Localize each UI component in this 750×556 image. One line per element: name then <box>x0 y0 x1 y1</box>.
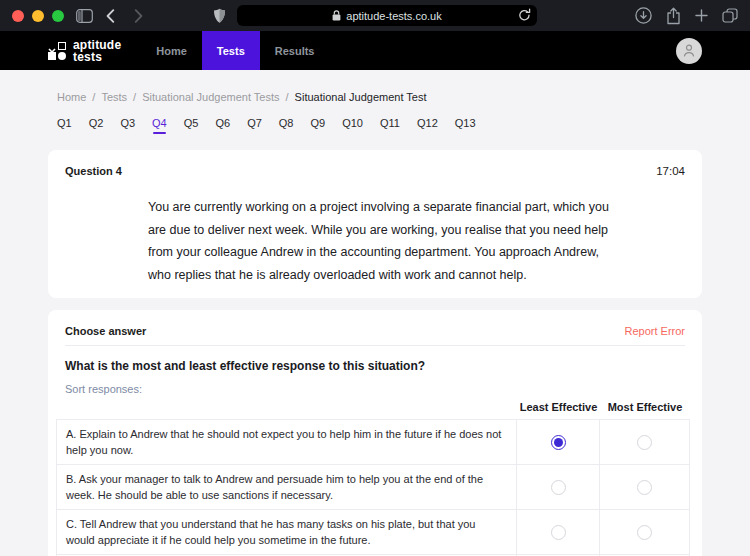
tab-q4[interactable]: Q4 <box>152 117 167 134</box>
least-effective-radio[interactable] <box>551 435 566 450</box>
new-tab-icon[interactable] <box>695 9 708 22</box>
breadcrumb-current: Situational Judgement Test <box>295 91 427 103</box>
question-text: You are currently working on a project i… <box>148 196 616 286</box>
person-icon <box>682 43 696 58</box>
least-effective-cell[interactable] <box>516 420 599 464</box>
least-effective-radio[interactable] <box>551 480 566 495</box>
breadcrumb-sjt-tests[interactable]: Situational Judgement Tests <box>142 91 279 103</box>
tab-q6[interactable]: Q6 <box>215 117 230 134</box>
share-icon[interactable] <box>666 7 681 25</box>
close-icon[interactable] <box>12 10 24 22</box>
response-row-a: A. Explain to Andrew that he should not … <box>57 420 689 465</box>
zoom-icon[interactable] <box>52 10 64 22</box>
nav-item-home[interactable]: Home <box>141 31 202 70</box>
address-bar[interactable]: aptitude-tests.co.uk <box>237 5 537 26</box>
most-effective-radio[interactable] <box>637 480 652 495</box>
most-effective-radio[interactable] <box>637 525 652 540</box>
response-text: A. Explain to Andrew that he should not … <box>57 420 516 464</box>
site-logo[interactable]: aptitude tests <box>48 31 121 70</box>
most-effective-cell[interactable] <box>599 420 689 464</box>
report-error-link[interactable]: Report Error <box>624 325 685 337</box>
tab-overview-icon[interactable] <box>722 8 738 23</box>
breadcrumb-separator: / <box>92 91 95 103</box>
nav-item-tests[interactable]: Tests <box>202 31 260 70</box>
logo-x-icon <box>48 42 56 50</box>
site-header: aptitude tests Home Tests Results <box>0 31 750 70</box>
tab-q12[interactable]: Q12 <box>417 117 438 134</box>
most-effective-radio[interactable] <box>637 435 652 450</box>
breadcrumb: Home / Tests / Situational Judgement Tes… <box>57 91 702 103</box>
breadcrumb-separator: / <box>133 91 136 103</box>
chevron-left-icon[interactable] <box>106 9 115 23</box>
response-row-b: B. Ask your manager to talk to Andrew an… <box>57 465 689 510</box>
least-effective-radio[interactable] <box>551 525 566 540</box>
tab-q13[interactable]: Q13 <box>455 117 476 134</box>
sort-responses-label: Sort responses: <box>65 383 685 395</box>
question-card: Question 4 17:04 You are currently worki… <box>48 150 702 298</box>
question-tabs: Q1 Q2 Q3 Q4 Q5 Q6 Q7 Q8 Q9 Q10 Q11 Q12 Q… <box>57 117 702 134</box>
tab-q11[interactable]: Q11 <box>380 117 400 134</box>
breadcrumb-tests[interactable]: Tests <box>101 91 127 103</box>
tab-q2[interactable]: Q2 <box>89 117 104 134</box>
shield-icon[interactable] <box>213 8 226 24</box>
column-header-least-effective: Least Effective <box>517 401 600 419</box>
tab-q1[interactable]: Q1 <box>57 117 72 134</box>
answer-prompt: What is the most and least effective res… <box>65 359 685 373</box>
response-row-c: C. Tell Andrew that you understand that … <box>57 510 689 555</box>
most-effective-cell[interactable] <box>599 465 689 509</box>
breadcrumb-home[interactable]: Home <box>57 91 86 103</box>
logo-glyphs-icon <box>48 42 66 60</box>
choose-answer-title: Choose answer <box>65 325 146 337</box>
tab-q9[interactable]: Q9 <box>311 117 326 134</box>
chevron-right-icon[interactable] <box>134 9 143 23</box>
divider <box>65 345 685 346</box>
response-text: B. Ask your manager to talk to Andrew an… <box>57 465 516 509</box>
most-effective-cell[interactable] <box>599 510 689 554</box>
question-title: Question 4 <box>65 165 122 177</box>
response-table-header: Least Effective Most Effective <box>56 401 690 419</box>
tab-q3[interactable]: Q3 <box>120 117 135 134</box>
url-text: aptitude-tests.co.uk <box>346 10 441 22</box>
reload-icon[interactable] <box>518 8 531 22</box>
logo-circle-icon <box>58 52 66 60</box>
column-header-most-effective: Most Effective <box>600 401 690 419</box>
lock-icon <box>332 10 341 21</box>
sidebar-icon[interactable] <box>76 9 93 23</box>
nav-item-results[interactable]: Results <box>260 31 330 70</box>
minimize-icon[interactable] <box>32 10 44 22</box>
page-content: Home / Tests / Situational Judgement Tes… <box>0 91 750 556</box>
timer: 17:04 <box>656 165 685 177</box>
main-nav: Home Tests Results <box>141 31 329 70</box>
logo-square-icon <box>48 52 56 60</box>
tab-q8[interactable]: Q8 <box>279 117 294 134</box>
traffic-lights <box>12 10 64 22</box>
logo-square-outline-icon <box>58 42 66 50</box>
least-effective-cell[interactable] <box>516 510 599 554</box>
logo-text: aptitude tests <box>73 39 121 63</box>
response-table: A. Explain to Andrew that he should not … <box>56 419 690 556</box>
tab-q5[interactable]: Q5 <box>184 117 199 134</box>
breadcrumb-separator: / <box>286 91 289 103</box>
answer-card: Choose answer Report Error What is the m… <box>48 310 702 556</box>
browser-toolbar: aptitude-tests.co.uk <box>0 0 750 31</box>
tab-q7[interactable]: Q7 <box>247 117 262 134</box>
least-effective-cell[interactable] <box>516 465 599 509</box>
response-text: C. Tell Andrew that you understand that … <box>57 510 516 554</box>
download-icon[interactable] <box>635 7 652 24</box>
tab-q10[interactable]: Q10 <box>342 117 363 134</box>
avatar[interactable] <box>676 38 702 64</box>
